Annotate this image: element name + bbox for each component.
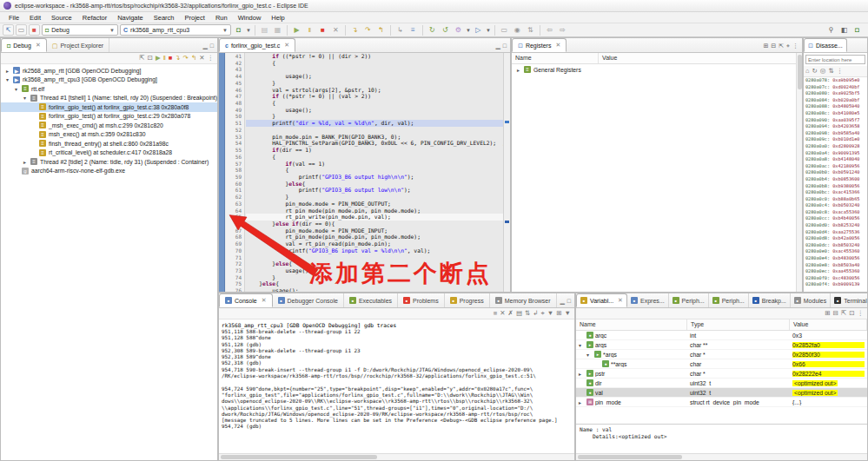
view-menu-icon[interactable]: ⋮ [837,68,844,75]
location-input[interactable] [805,55,865,64]
code-line[interactable]: usage(); [246,73,503,80]
debug-launch-button[interactable]: ◘ [233,24,244,36]
menu-file[interactable]: File [3,13,24,23]
code-line[interactable]: rt_pin_mode(pin_mode.pin, pin_mode.mode)… [246,207,503,214]
step-return-button[interactable]: ↰ [375,24,387,36]
disassembly-line[interactable]: 0280a0c0: 0xb88a0b65 [804,196,867,203]
editor-gutter[interactable]: 4142434445464748495051→52535455565758596… [226,53,245,292]
forward-button[interactable]: ⇨ [557,24,568,36]
minimize-view-icon[interactable]: ▁ [202,43,207,49]
suspend-button[interactable]: ‖ [304,24,315,36]
track-pc-icon[interactable]: ◎ [820,68,826,75]
variable-row[interactable]: ▾▸argschar **0x2852fa0 [576,340,867,350]
code-line[interactable] [246,127,503,134]
variable-row[interactable]: ▸▸pstrchar *0x28222e4 [576,369,867,379]
menu-run[interactable]: Run [210,13,233,23]
close-icon[interactable]: ✕ [262,297,267,304]
disassembly-line[interactable]: 0280a0a8: 0xb4148040 [804,156,867,163]
console-hscrollbar[interactable] [219,453,574,460]
profile-dropdown-icon[interactable]: ▼ [466,28,471,33]
code-line[interactable]: { [246,100,503,107]
registers-row[interactable]: ▸≡General Registers [512,64,802,75]
tree-twistie-icon[interactable]: ▸ [4,68,10,74]
menu-refactor[interactable]: Refactor [77,13,112,23]
variable-row-selected[interactable]: ●valuint32_t<optimized out> [576,388,867,398]
tab-registers[interactable]: ⊡ Registers ✕ [512,38,567,52]
home-icon[interactable]: ⌂ [805,68,810,75]
tree-twistie-icon[interactable]: ▸ [22,159,28,165]
maximize-view-icon[interactable]: □ [567,298,571,305]
disassembly-line[interactable]: 0280a0b8: 0xb9380056 [804,183,867,190]
collapse-all-icon[interactable]: ⇱ [841,310,846,317]
code-line[interactable]: val = strtol(args[2], &pstr, 10); [246,87,503,94]
disassembly-line[interactable]: 0280a07c: 0xd00240bf [804,84,867,91]
coverage-button[interactable]: ◉ [512,24,523,36]
tree-twistie-icon[interactable]: ▾ [13,86,19,92]
line-number[interactable]: 53 [226,134,244,141]
maximize-view-icon[interactable]: □ [503,43,507,49]
line-number[interactable]: 44 [226,73,244,80]
editor-code-area[interactable]: if ((*pstr != 0) || (dir > 2)) { usage()… [246,53,503,292]
disassembly-line[interactable]: 0280a0a0: 0xd2800928 [804,143,867,150]
debug-tree-item[interactable]: ▾≡rtt.elf [1,84,217,94]
line-number[interactable]: 43 [226,66,244,73]
launch-config-combo[interactable]: C rk3568_amp_rtt_cpu3 ▼ [120,24,231,36]
code-line[interactable]: printf("GPIO3_B6 output high\n\n"); [246,174,503,181]
code-line[interactable]: } [246,80,503,87]
debug-tree-item[interactable]: ▾≡Thread #1 [tshell] 1 (Name: tshell, rd… [1,94,217,103]
disassembly-line[interactable]: 0280a0d0: 0xb8253240 [804,222,867,229]
disassembly-line[interactable]: 0280a0cc: 0xb4b40056 [804,215,867,222]
remove-terminated-icon[interactable]: ✕ [199,55,204,62]
line-number[interactable]: 49 [226,107,244,114]
tree-twistie-icon[interactable]: ▾ [579,342,585,348]
code-line[interactable]: }else if(dir == 0){ [246,221,503,227]
pin-console-icon[interactable]: ⌖ [541,310,545,317]
code-line[interactable]: { [246,60,503,67]
restart-button[interactable]: ↻ [427,24,438,36]
debug-tree-item[interactable]: ≡msh_exec() at msh.c:359 0x281c830 [1,130,217,140]
code-line[interactable]: if(val == 1) [246,161,503,168]
tab-memory-browser[interactable]: ■Memory Browser [490,293,557,307]
variables-col-name[interactable]: Name [576,319,687,330]
line-number[interactable]: 58 [226,167,244,174]
new-wizard-button[interactable]: ▭ [16,24,27,36]
code-line[interactable] [246,66,503,73]
search-button[interactable]: ⚲ [825,24,837,36]
disassembly-line[interactable]: 0280a094: 0xb4203658 [804,123,867,130]
line-number[interactable]: 56 [226,154,244,161]
disassembly-line[interactable]: 0280a0e4: 0xb4830056 [804,255,867,262]
debug-mode-combo[interactable]: ◘ Debug ▼ [42,24,118,36]
code-line[interactable]: pin_mode.mode = PIN_MODE_INPUT; [246,227,503,234]
show-logical-icon[interactable]: ⊟ [833,310,838,317]
code-line[interactable]: HAL_PINCTRL_SetParam(GPIO_BANK3, 0x0UL <… [246,140,503,147]
line-number[interactable]: 71 [226,254,244,261]
line-number[interactable]: 60 [226,181,244,188]
variable-row[interactable]: ●argcint0x3 [576,331,867,340]
tab-progress[interactable]: ■Progress [445,293,490,307]
editor-overview-ruler[interactable] [503,53,510,292]
tab-expres[interactable]: ■Expres... [627,293,669,307]
variable-row[interactable]: ●**argschar0x66 [576,359,867,369]
code-line[interactable]: }else{ [246,181,503,188]
code-line[interactable]: printf("dir = %ld, val = %ld\n", dir, va… [246,120,503,127]
instruction-stepping-button[interactable]: ≡ [407,24,419,36]
terminate-button[interactable]: ■ [317,24,328,36]
minimize-view-icon[interactable]: ▁ [495,43,500,49]
new-cpp-button[interactable]: ▭ [499,24,510,36]
debug-perspective-button[interactable]: ◘ [851,24,863,36]
line-number[interactable]: 42 [226,60,244,67]
variable-row[interactable]: ▾▸*argschar *0x2850f30 [576,350,867,359]
tab-terminal[interactable]: ■Terminal [831,293,868,307]
tree-twistie-icon[interactable]: ▾ [22,95,28,101]
last-edit-button[interactable]: ⇦ [544,24,555,36]
disassembly-line[interactable]: 0280a0d8: 0xb42a0056 [804,235,867,242]
code-line[interactable]: printf("GPIO3_B6 output low\n\n"); [246,187,503,194]
line-number[interactable]: 73 [226,267,244,274]
tree-twistie-icon[interactable]: ▸ [515,67,521,73]
line-number[interactable]: 45 [226,80,244,87]
skip-breakpoints-button[interactable]: ↸ [3,24,14,36]
disassembly-line[interactable]: 0280a080: 0xa9025bf5 [804,90,867,97]
disassembly-line[interactable]: 0280a0e0: 0xac455360 [804,248,867,255]
line-number[interactable]: 76 [226,287,244,292]
code-line[interactable]: pin_mode.mode = PIN_MODE_OUTPUT; [246,201,503,207]
